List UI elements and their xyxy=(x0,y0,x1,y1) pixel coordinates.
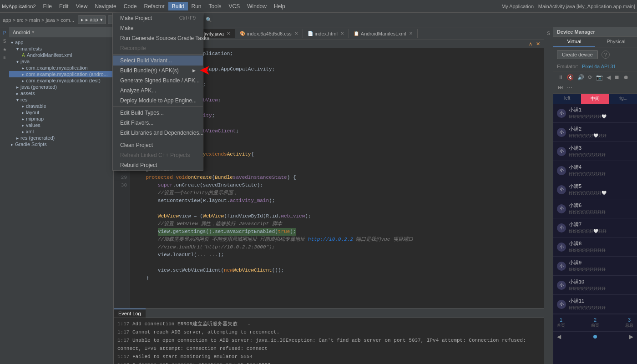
help-button[interactable]: ? xyxy=(602,51,610,59)
list-item[interactable]: 小 小满2 好好好好好好🤍好好 xyxy=(553,123,637,142)
bottom-area: Event Log 1:17 Add connection ERROR建立监听服… xyxy=(114,308,544,364)
page-item-1[interactable]: 1 首页 xyxy=(557,317,565,329)
menu-clean-project[interactable]: Clean Project xyxy=(113,140,203,150)
menu-run-generate[interactable]: Run Generate Sources Gradle Tasks xyxy=(113,33,203,43)
phone-sub: 好好好好好好好好🤍 xyxy=(569,190,633,196)
event-log-tab[interactable]: Event Log xyxy=(114,308,146,318)
tree-item-app[interactable]: ▾ app xyxy=(9,39,113,46)
search-button[interactable]: 🔍 xyxy=(203,15,214,24)
app-dropdown[interactable]: ▸▸ app▾ xyxy=(78,15,106,24)
screenshot-icon[interactable]: 📷 xyxy=(595,73,604,81)
tree-item-com1[interactable]: ▸ com.example.myapplication xyxy=(9,65,113,71)
menu-analyze-apk[interactable]: Analyze APK... xyxy=(113,86,203,96)
page-item-2[interactable]: 2 前页 xyxy=(591,317,599,329)
tree-item-mipmap[interactable]: ▸ mipmap xyxy=(9,116,113,122)
tab-middle[interactable]: 中间 xyxy=(581,94,609,104)
tree-item-java[interactable]: ▾ java xyxy=(9,58,113,65)
page-prev-icon[interactable]: ◀ xyxy=(557,334,561,340)
menu-item-view[interactable]: View xyxy=(72,2,91,10)
emulator-name[interactable]: Pixel 4a API 31 xyxy=(582,64,616,69)
structure-icon[interactable]: S xyxy=(545,29,552,38)
menu-make[interactable]: Make xyxy=(113,23,203,33)
menu-item-refactor[interactable]: Refactor xyxy=(140,2,168,10)
list-item[interactable]: 小 小满1 好好好好好好好好🤍 xyxy=(553,104,637,123)
menu-edit-libraries[interactable]: Edit Libraries and Dependencies... xyxy=(113,128,203,138)
structure-icon[interactable]: S xyxy=(1,37,8,45)
home-icon[interactable]: ⏭ xyxy=(557,83,564,91)
tree-item-androidmanifest[interactable]: A AndroidManifest.xml xyxy=(9,52,113,58)
close-warning-icon[interactable]: ✕ xyxy=(536,41,540,47)
list-item[interactable]: 小 小满3 好好好好好好好好好 xyxy=(553,142,637,161)
tree-item-res[interactable]: ▾ res xyxy=(9,96,113,103)
tab-androidmanifest[interactable]: 📋 AndroidManifest.xml ✕ xyxy=(349,29,418,38)
menu-edit-build-types[interactable]: Edit Build Types... xyxy=(113,108,203,118)
volume-icon[interactable]: 🔇 xyxy=(566,73,575,81)
menu-item-build[interactable]: Build xyxy=(168,2,188,10)
menu-recompile[interactable]: Recompile xyxy=(113,43,203,53)
list-item[interactable]: 小 小满11 好好好好好好好好好 xyxy=(553,295,637,314)
tree-item-res-gen[interactable]: ▸ res (generated) xyxy=(9,135,113,141)
volume-up-icon[interactable]: 🔊 xyxy=(576,73,585,81)
list-item[interactable]: 小 小满7 好好好好好好🤍好好 xyxy=(553,218,637,238)
menu-item-vcs[interactable]: VCS xyxy=(225,2,244,10)
menu-item-window[interactable]: Window xyxy=(243,2,270,10)
power-icon[interactable]: ⏸ xyxy=(557,73,564,81)
menu-item-file[interactable]: File xyxy=(40,2,56,10)
close-tab-icon[interactable]: ✕ xyxy=(409,31,413,36)
record-icon[interactable]: ⏺ xyxy=(622,73,630,81)
close-tab-icon[interactable]: ✕ xyxy=(340,31,344,36)
project-icon[interactable]: P xyxy=(1,29,8,36)
build-variants-icon[interactable]: B xyxy=(1,54,8,61)
physical-tab[interactable]: Physical xyxy=(595,37,637,47)
menu-generate-signed[interactable]: Generate Signed Bundle / APK... xyxy=(113,76,203,86)
list-item[interactable]: 小 小满4 好好好好好好好好好 xyxy=(553,161,637,180)
favorites-icon[interactable]: ★ xyxy=(1,46,8,53)
menu-edit-flavors[interactable]: Edit Flavors... xyxy=(113,118,203,128)
menu-item-help[interactable]: Help xyxy=(270,2,289,10)
menu-refresh-cpp[interactable]: Refresh Linked C++ Projects xyxy=(113,150,203,160)
tree-item-values[interactable]: ▸ values xyxy=(9,122,113,128)
back-icon[interactable]: ◀ xyxy=(606,73,612,81)
menu-item-run[interactable]: Run xyxy=(188,2,205,10)
phone-info: 小满9 好好好好好好好好好 xyxy=(569,259,633,273)
menu-build-bundle[interactable]: Build Bundle(s) / APK(s) xyxy=(113,66,203,76)
menu-rebuild-project[interactable]: Rebuild Project xyxy=(113,160,203,170)
menu-item-code[interactable]: Code xyxy=(120,2,141,10)
list-item[interactable]: 小 小满10 好好好好好好好好好 xyxy=(553,276,637,295)
list-item[interactable]: 小 小满8 好好好好好好好好好 xyxy=(553,238,637,257)
page-next-icon[interactable]: ▶ xyxy=(629,334,633,340)
more-icon[interactable]: ⋯ xyxy=(566,83,573,91)
expand-icon[interactable]: ∧ xyxy=(529,41,532,47)
rotate-icon[interactable]: ⟳ xyxy=(587,73,593,81)
close-tab-icon[interactable]: ✕ xyxy=(227,31,230,36)
list-item[interactable]: 小 小满6 好好好好好好好好好 xyxy=(553,199,637,218)
tab-right[interactable]: rig... xyxy=(609,94,637,104)
menu-item-tools[interactable]: Tools xyxy=(205,2,225,10)
page-item-3[interactable]: 3 息息 xyxy=(625,317,633,329)
create-device-button[interactable]: Create device xyxy=(557,50,598,59)
tree-item-gradle[interactable]: ▸ Gradle Scripts xyxy=(9,141,113,147)
tree-item-java-gen[interactable]: ▸ java (generated) xyxy=(9,84,113,90)
list-item[interactable]: 小 小满5 好好好好好好好好🤍 xyxy=(553,180,637,199)
tree-item-com2[interactable]: ▸ com.example.myapplication (andro... xyxy=(9,71,113,77)
tree-item-com3[interactable]: ▸ com.example.myapplication (test) xyxy=(9,77,113,84)
virtual-tab[interactable]: Virtual xyxy=(553,37,595,47)
menu-deploy-module[interactable]: Deploy Module to App Engine... xyxy=(113,96,203,106)
tree-item-manifests[interactable]: ▾ manifests xyxy=(9,46,113,52)
tab-index-html[interactable]: 📄 index.html ✕ xyxy=(303,29,349,38)
menu-item-edit[interactable]: Edit xyxy=(56,2,72,10)
stop-icon[interactable]: ⏹ xyxy=(613,73,621,81)
close-tab-icon[interactable]: ✕ xyxy=(294,31,298,36)
tree-item-drawable[interactable]: ▸ drawable xyxy=(9,103,113,109)
side-icon-bar: P S ★ B xyxy=(0,27,9,364)
menu-make-project[interactable]: Make Project Ctrl+F9 xyxy=(113,13,203,23)
list-item[interactable]: 小 小满9 好好好好好好好好好 xyxy=(553,257,637,276)
tree-item-assets[interactable]: ▸ assets xyxy=(9,90,113,96)
project-tree: ▾ app ▾ manifests A AndroidManifest.xml … xyxy=(9,37,113,364)
tab-index-css[interactable]: 🎨 index.6a46d5d6.css ✕ xyxy=(235,29,303,38)
tree-item-xml[interactable]: ▸ xml xyxy=(9,128,113,135)
tree-item-layout[interactable]: ▸ layout xyxy=(9,109,113,116)
tab-left[interactable]: left xyxy=(553,94,581,104)
menu-select-build-variant[interactable]: Select Build Variant... xyxy=(113,56,203,66)
menu-item-navigate[interactable]: Navigate xyxy=(91,2,120,10)
